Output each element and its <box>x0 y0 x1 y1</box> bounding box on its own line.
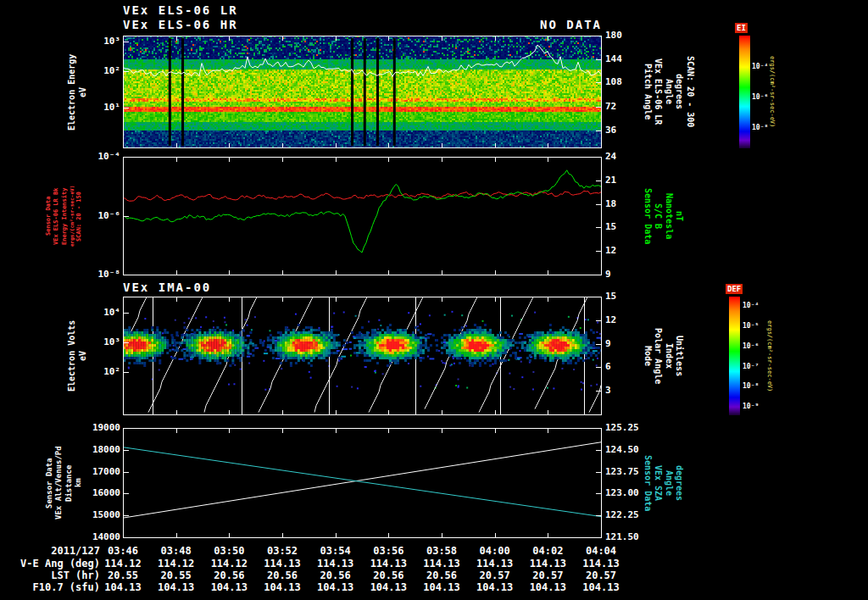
panel4-right-tick: 122.25 <box>605 509 639 520</box>
angle-label: Angle <box>664 36 673 148</box>
ima-right-axis-label: Mode Polar Angle Index Unitless <box>643 297 683 415</box>
panel4-ytick: 18000 <box>81 444 120 455</box>
ima-colorbar-tick-6: 10⁻⁹ <box>743 403 759 410</box>
bk-left-axis-label: Sensor Data VEx ELS-06 LR Bk Energy Inte… <box>46 157 83 275</box>
row-value: 114.13 <box>577 558 625 569</box>
panel3-right-tick: 15 <box>605 291 616 302</box>
date-label: 2011/127 <box>0 545 100 557</box>
panel3-right-tick: 9 <box>605 338 611 349</box>
panel2-right-tick: 24 <box>605 151 616 162</box>
row-value: 104.13 <box>259 581 306 593</box>
panel3-right-tick: 12 <box>605 314 616 325</box>
ima-colorbar-tick-3: 10⁻⁶ <box>743 342 759 350</box>
panel3-ytick: 10⁴ <box>81 307 120 318</box>
panel2-ytick: 10⁻⁸ <box>81 269 120 280</box>
time-label: 03:58 <box>418 545 465 557</box>
mode-label: Mode <box>643 297 652 415</box>
ima-spectrogram-canvas <box>123 297 602 415</box>
electron-energy-label: Electron Energy <box>68 36 77 148</box>
alt-label-line3: Distance <box>65 428 73 538</box>
ima-colorbar-tick-1: 10⁻⁴ <box>743 302 759 309</box>
panel4-ytick: 15000 <box>81 509 120 520</box>
electron-energy-unit: eV <box>79 36 88 148</box>
ima-colorbar-tick-2: 10⁻⁵ <box>743 322 759 330</box>
els-right-axis-label: Pitch Angle VEx ELS-06 LR Angle degrees … <box>643 36 694 148</box>
time-label: 03:52 <box>259 545 306 557</box>
row-value: 20.57 <box>577 569 625 581</box>
ima-colorbar-tick-4: 10⁻⁷ <box>743 363 759 370</box>
index-label: Index <box>664 297 673 415</box>
time-label: 03:56 <box>364 545 412 557</box>
panel2-right-tick: 9 <box>605 269 611 280</box>
els-colorbar-tick-3: 10⁻⁸ <box>752 124 768 131</box>
row-value: 20.56 <box>312 569 359 581</box>
panel4-right-tick: 123.75 <box>605 466 639 477</box>
alt-label-line2: VEx Alt/Venus/Pd <box>55 428 63 538</box>
row-value: 20.55 <box>99 569 147 581</box>
sza-degrees-label: degrees <box>675 428 684 538</box>
row-value: 20.55 <box>153 569 200 581</box>
electron-volts-label: Electron Volts <box>68 297 77 415</box>
sensor-data-label: Sensor Data <box>643 157 652 275</box>
panel2-ytick: 10⁻⁶ <box>81 210 120 221</box>
bfield-right-axis-label: Sensor Data S/C B Nanotesla nT <box>643 157 683 275</box>
pitch-angle-label: Pitch Angle <box>643 36 652 148</box>
panel4-right-tick: 121.50 <box>605 531 639 542</box>
time-label: 03:48 <box>153 545 200 557</box>
panel3-right-tick: 3 <box>605 385 611 396</box>
row-value: 114.12 <box>99 558 147 569</box>
time-label: 03:46 <box>99 545 147 557</box>
panel4-right-tick: 124.50 <box>605 444 639 455</box>
row-value: 20.56 <box>259 569 306 581</box>
row-value: 104.13 <box>312 581 359 593</box>
polar-angle-label: Polar Angle <box>654 297 663 415</box>
ima-colorbar <box>729 297 740 415</box>
row-label: F10.7 (sfu) <box>0 581 100 593</box>
row-value: 114.12 <box>205 558 253 569</box>
panel2-right-tick: 12 <box>605 245 616 256</box>
sza-sensor-data-label: Sensor Data <box>643 428 652 538</box>
panel-title-ima: VEx IMA-00 <box>123 281 211 294</box>
panel2-right-tick: 15 <box>605 221 616 232</box>
row-value: 114.13 <box>471 558 519 569</box>
ima-colorbar-title: DEF <box>726 284 743 294</box>
panel3-ytick: 10² <box>81 366 120 377</box>
row-value: 114.13 <box>418 558 465 569</box>
row-value: 104.13 <box>99 581 147 593</box>
panel1-right-tick: 108 <box>605 76 622 87</box>
panel-title-els-lr: VEx ELS-06 LR <box>123 3 238 17</box>
bk-label-line4: ergs/(cm²-sr-sec-eV) <box>70 157 75 275</box>
row-value: 114.13 <box>259 558 306 569</box>
vex-sza-label: VEx SZA <box>654 428 663 538</box>
panel4-right-tick: 123.00 <box>605 487 639 498</box>
row-value: 104.13 <box>524 581 571 593</box>
row-value: 20.56 <box>418 569 465 581</box>
els-spectrogram-canvas <box>123 36 602 148</box>
els-colorbar-tick-2: 10⁻⁶ <box>752 93 768 101</box>
row-value: 104.13 <box>577 581 625 593</box>
panel4-ytick: 17000 <box>81 466 120 477</box>
panel1-ytick: 10³ <box>81 36 120 47</box>
panel3-ytick: 10³ <box>81 336 120 347</box>
row-value: 104.13 <box>471 581 519 593</box>
els-colorbar <box>739 36 750 148</box>
panel2-right-tick: 21 <box>605 175 616 186</box>
els-colorbar-title: EI <box>735 23 748 33</box>
bk-label-line1: Sensor Data <box>46 157 52 275</box>
panel1-ytick: 10² <box>81 65 120 76</box>
panel4-ytick: 14000 <box>81 531 120 542</box>
row-value: 20.56 <box>364 569 412 581</box>
no-data-label: NO DATA <box>123 18 602 31</box>
row-label: LST (hr) <box>0 569 100 581</box>
panel3-right-tick: 6 <box>605 361 611 372</box>
vex-quicklook-plot: VEx ELS-06 LR VEx ELS-06 HR NO DATA VEx … <box>0 0 868 600</box>
els-colorbar-tick-1: 10⁻⁴ <box>752 63 768 70</box>
nt-unit-label: nT <box>675 157 684 275</box>
row-value: 104.13 <box>364 581 412 593</box>
row-value: 114.12 <box>153 558 200 569</box>
row-value: 104.13 <box>418 581 465 593</box>
sc-b-label: S/C B <box>654 157 663 275</box>
altitude-sza-canvas <box>123 428 602 538</box>
row-label: V-E Ang (deg) <box>0 558 100 569</box>
scan-range-label: SCAN: 20 - 300 <box>685 36 694 148</box>
